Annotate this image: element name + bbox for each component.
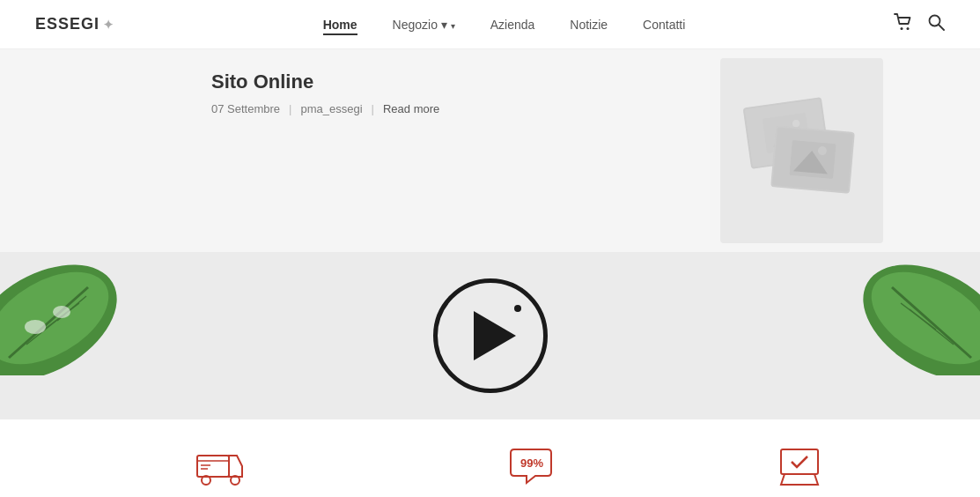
- svg-point-18: [53, 306, 70, 318]
- cart-icon[interactable]: [894, 13, 913, 35]
- svg-rect-24: [197, 456, 229, 477]
- play-button[interactable]: [433, 278, 548, 393]
- article-date: 07 Settembre: [211, 102, 280, 115]
- logo[interactable]: ESSEGI ✦: [35, 15, 114, 33]
- nav-negozio[interactable]: Negozio ▾: [393, 18, 455, 32]
- feature-shipping: Spedizione Gratuita Per gli ordini al di…: [132, 446, 313, 497]
- header: ESSEGI ✦ Home Negozio ▾ Azienda Notizie …: [0, 0, 980, 49]
- separator-2: |: [372, 102, 374, 115]
- support-icon-wrap: 99%: [505, 446, 557, 490]
- nav-azienda[interactable]: Azienda: [490, 18, 535, 32]
- svg-point-0: [900, 27, 903, 30]
- navigation: Home Negozio ▾ Azienda Notizie Contatti: [323, 18, 686, 32]
- logo-star-icon: ✦: [103, 18, 114, 32]
- nav-contatti[interactable]: Contatti: [643, 18, 685, 32]
- svg-line-3: [939, 25, 944, 30]
- svg-point-17: [25, 320, 46, 334]
- image-card-2: [770, 125, 855, 194]
- nav-home[interactable]: Home: [323, 18, 357, 32]
- svg-text:99%: 99%: [520, 456, 543, 470]
- read-more-link[interactable]: Read more: [383, 102, 439, 115]
- video-section: [0, 252, 980, 419]
- leaf-left-decoration: [0, 208, 141, 367]
- feature-payments: Pagamenti Sicuri ed Immediati: [750, 446, 848, 497]
- payment-icon: [776, 446, 823, 490]
- payment-icon-wrap: [773, 446, 826, 490]
- search-icon[interactable]: [927, 13, 945, 35]
- shipping-icon-wrap: [195, 446, 248, 490]
- feature-support: 99% Assistenza Clienti Post Vendita 24h …: [471, 446, 592, 497]
- svg-point-1: [906, 27, 909, 30]
- header-icons: [894, 13, 945, 35]
- svg-rect-31: [781, 449, 818, 474]
- leaf-right-decoration: [848, 208, 980, 367]
- logo-text: ESSEGI: [35, 15, 99, 33]
- chat-icon: 99%: [507, 446, 555, 490]
- play-dot-icon: [514, 305, 521, 312]
- nav-notizie[interactable]: Notizie: [570, 18, 608, 32]
- article-section: Sito Online 07 Settembre | pma_essegi | …: [0, 49, 980, 252]
- play-triangle-icon: [474, 311, 516, 360]
- article-author: pma_essegi: [300, 102, 362, 115]
- features-section: Spedizione Gratuita Per gli ordini al di…: [0, 419, 980, 497]
- separator-1: |: [289, 102, 291, 115]
- truck-icon: [196, 449, 247, 487]
- main-content: Sito Online 07 Settembre | pma_essegi | …: [0, 0, 980, 497]
